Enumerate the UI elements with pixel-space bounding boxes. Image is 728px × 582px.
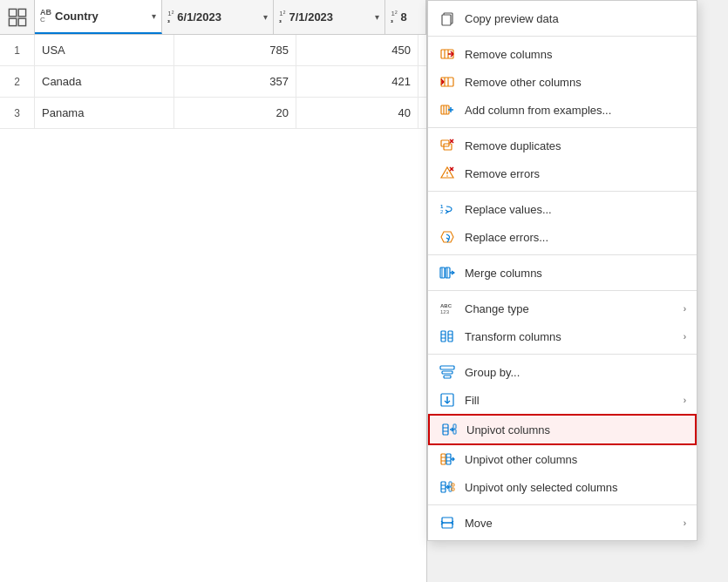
remove-other-cols-icon bbox=[439, 73, 456, 91]
menu-item-add-col-examples[interactable]: Add column from examples... bbox=[428, 96, 697, 124]
col-type-123-2: 1² ₃ bbox=[279, 10, 285, 24]
svg-rect-2 bbox=[9, 18, 16, 25]
svg-rect-0 bbox=[9, 9, 16, 16]
table-row: 2 Canada 357 421 bbox=[0, 66, 426, 98]
svg-rect-45 bbox=[448, 331, 452, 342]
group-by-label: Group by... bbox=[465, 366, 686, 379]
add-col-examples-label: Add column from examples... bbox=[465, 104, 686, 117]
col-header-extra[interactable]: 1² ₃ 8 bbox=[385, 0, 426, 34]
svg-rect-59 bbox=[441, 454, 446, 464]
svg-rect-3 bbox=[18, 18, 25, 25]
move-label: Move bbox=[465, 517, 675, 530]
replace-errors-icon bbox=[439, 228, 456, 246]
cell-val1-1: 785 bbox=[174, 35, 296, 65]
row-num-2: 2 bbox=[0, 66, 35, 97]
merge-cols-label: Merge columns bbox=[465, 267, 686, 280]
svg-rect-48 bbox=[440, 366, 454, 369]
fill-label: Fill bbox=[465, 394, 675, 407]
remove-duplicates-label: Remove duplicates bbox=[465, 139, 686, 152]
menu-item-transform-cols[interactable]: Transform columns › bbox=[428, 322, 697, 350]
change-type-label: Change type bbox=[465, 302, 675, 315]
menu-item-remove-duplicates[interactable]: Remove duplicates bbox=[428, 132, 697, 159]
menu-item-copy-preview[interactable]: Copy preview data bbox=[428, 4, 697, 32]
cell-country-3: Panama bbox=[35, 98, 174, 128]
menu-item-unpivot-selected[interactable]: Unpivot only selected columns bbox=[428, 473, 697, 501]
svg-marker-34 bbox=[441, 232, 453, 242]
svg-rect-66 bbox=[441, 482, 446, 492]
row-num-3: 3 bbox=[0, 98, 35, 128]
svg-rect-53 bbox=[443, 424, 448, 435]
col-dropdown-country[interactable]: ▾ bbox=[152, 11, 156, 21]
remove-dupes-icon bbox=[439, 137, 456, 154]
menu-item-merge-cols[interactable]: Merge columns bbox=[428, 259, 697, 287]
svg-rect-1 bbox=[18, 9, 25, 16]
menu-item-group-by[interactable]: Group by... bbox=[428, 358, 697, 386]
fill-icon bbox=[439, 391, 456, 409]
cell-country-2: Canada bbox=[35, 66, 174, 97]
separator-1 bbox=[428, 36, 697, 37]
menu-item-unpivot-cols[interactable]: Unpivot columns bbox=[428, 414, 697, 445]
remove-cols-label: Remove columns bbox=[465, 48, 686, 61]
menu-item-move[interactable]: Move › bbox=[428, 509, 697, 537]
col-name-date1: 6/1/2023 bbox=[177, 10, 260, 24]
row-num-1: 1 bbox=[0, 35, 35, 65]
menu-item-remove-errors[interactable]: Remove errors bbox=[428, 159, 697, 187]
separator-5 bbox=[428, 290, 697, 291]
table-header: AB C Country ▾ 1² ₃ 6/1/2023 ▾ 1² ₃ 7/1/… bbox=[0, 0, 426, 35]
cell-country-1: USA bbox=[35, 35, 174, 65]
menu-item-remove-other-cols[interactable]: Remove other columns bbox=[428, 68, 697, 96]
svg-rect-62 bbox=[446, 454, 451, 464]
svg-text:ABC: ABC bbox=[440, 303, 452, 308]
svg-point-29 bbox=[446, 175, 448, 177]
add-col-icon bbox=[439, 101, 456, 118]
separator-7 bbox=[428, 504, 697, 505]
svg-text:2: 2 bbox=[440, 209, 444, 214]
unpivot-selected-icon bbox=[439, 478, 456, 496]
col-header-date1[interactable]: 1² ₃ 6/1/2023 ▾ bbox=[162, 0, 274, 34]
col-name-extra: 8 bbox=[401, 10, 420, 24]
transform-cols-arrow: › bbox=[684, 332, 686, 342]
svg-text:123: 123 bbox=[440, 309, 450, 315]
col-dropdown-date1[interactable]: ▾ bbox=[263, 12, 268, 22]
table-row: 3 Panama 20 40 bbox=[0, 98, 426, 129]
menu-item-replace-errors[interactable]: Replace errors... bbox=[428, 223, 697, 251]
col-header-country[interactable]: AB C Country ▾ bbox=[35, 0, 162, 34]
remove-errors-label: Remove errors bbox=[465, 167, 686, 180]
change-type-arrow: › bbox=[684, 304, 686, 314]
unpivot-selected-label: Unpivot only selected columns bbox=[465, 481, 686, 494]
transform-cols-label: Transform columns bbox=[465, 330, 675, 343]
unpivot-cols-label: Unpivot columns bbox=[466, 423, 684, 436]
svg-rect-49 bbox=[442, 371, 452, 374]
replace-values-label: Replace values... bbox=[465, 203, 686, 216]
col-header-date2[interactable]: 1² ₃ 7/1/2023 ▾ bbox=[274, 0, 385, 34]
cell-val2-2: 421 bbox=[296, 66, 418, 97]
cell-val1-2: 357 bbox=[174, 66, 296, 97]
separator-6 bbox=[428, 354, 697, 355]
cell-val2-3: 40 bbox=[296, 98, 418, 128]
svg-rect-57 bbox=[453, 424, 456, 429]
remove-cols-icon bbox=[439, 45, 456, 63]
replace-errors-label: Replace errors... bbox=[465, 231, 686, 244]
menu-item-unpivot-other-cols[interactable]: Unpivot other columns bbox=[428, 445, 697, 473]
table-row: 1 USA 785 450 bbox=[0, 35, 426, 66]
svg-rect-50 bbox=[444, 376, 451, 378]
remove-errors-icon bbox=[439, 165, 456, 182]
merge-cols-icon bbox=[439, 264, 456, 281]
copy-preview-label: Copy preview data bbox=[465, 12, 686, 25]
col-name-date2: 7/1/2023 bbox=[289, 10, 371, 24]
col-dropdown-date2[interactable]: ▾ bbox=[375, 12, 379, 22]
menu-item-change-type[interactable]: ABC 123 Change type › bbox=[428, 294, 697, 322]
cell-val2-1: 450 bbox=[296, 35, 418, 65]
menu-item-replace-values[interactable]: 1 2 Replace values... bbox=[428, 195, 697, 223]
separator-3 bbox=[428, 191, 697, 192]
change-type-icon: ABC 123 bbox=[439, 300, 456, 317]
replace-vals-icon: 1 2 bbox=[439, 200, 456, 218]
remove-other-cols-label: Remove other columns bbox=[465, 76, 686, 89]
fill-arrow: › bbox=[684, 396, 686, 405]
unpivot-cols-icon bbox=[440, 421, 458, 438]
col-type-abc: AB C bbox=[40, 9, 51, 24]
menu-item-fill[interactable]: Fill › bbox=[428, 386, 697, 414]
col-name-country: Country bbox=[55, 10, 148, 23]
separator-4 bbox=[428, 254, 697, 255]
menu-item-remove-cols[interactable]: Remove columns bbox=[428, 40, 697, 68]
